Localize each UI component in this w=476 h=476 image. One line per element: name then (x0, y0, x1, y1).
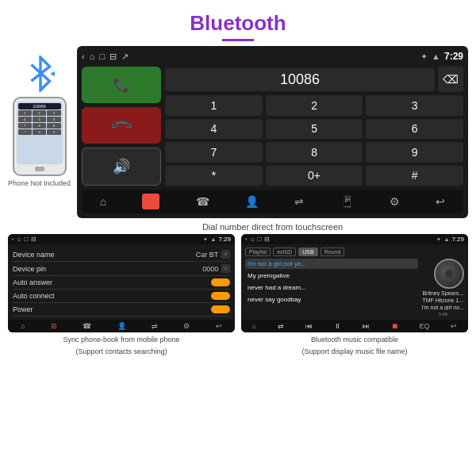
auto-connect-label: Auto connect (13, 292, 55, 300)
square-icon[interactable]: □ (99, 52, 105, 61)
key-4[interactable]: 4 (165, 119, 263, 140)
phone-key: 6 (47, 117, 60, 122)
bt-panel-nav-icons: ‹ ⌂ □ ⊟ (12, 236, 36, 243)
power-label: Power (13, 305, 33, 313)
phone-disclaimer: Phone Not Included (8, 179, 71, 187)
nav-home[interactable]: ⌂ (100, 195, 106, 208)
nav-back-music[interactable]: ↩ (451, 322, 457, 330)
bt-caption-1: Sync phone-book from mobile phone (8, 332, 235, 344)
music-row: I'm not a girl,not ye... My prerogative … (245, 259, 464, 317)
nav-shuffle[interactable]: ⇄ (278, 322, 284, 330)
share-icon[interactable]: ↗ (121, 52, 129, 62)
nav-phone-bt[interactable]: ☎ (83, 322, 91, 330)
nav-apps-bt[interactable]: ⊞ (51, 322, 57, 330)
home-icon-music[interactable]: ⌂ (251, 236, 255, 243)
key-8[interactable]: 8 (266, 142, 363, 163)
tab-usb[interactable]: USB (298, 248, 317, 256)
nav-eq[interactable]: EQ (420, 322, 430, 330)
track-3[interactable]: never had a dream... (245, 282, 418, 293)
phone-key: 7 (18, 123, 32, 129)
auto-connect-toggle[interactable] (211, 292, 230, 300)
phone-key: 1 (18, 110, 32, 116)
phone-keypad: 1 2 3 4 5 6 7 8 9 * 0 # (18, 110, 61, 135)
nav-back-bt[interactable]: ↩ (216, 322, 222, 330)
nav-prev[interactable]: ⏮ (305, 322, 313, 330)
device-pin-arrow[interactable]: › (221, 264, 230, 273)
device-name-label: Device name (13, 251, 55, 259)
nav-settings[interactable]: ⚙ (390, 195, 400, 208)
track-2[interactable]: My prerogative (245, 271, 418, 281)
device-pin-value: 0000 (202, 265, 218, 273)
key-0plus[interactable]: 0+ (266, 166, 363, 186)
nav-stop[interactable]: ⏹ (391, 322, 398, 330)
nav-device[interactable]: 📱 (340, 195, 354, 208)
bt-caption-2: (Support contacts searching) (8, 344, 235, 356)
call-button[interactable]: 📞 (82, 67, 161, 103)
key-star[interactable]: * (165, 166, 263, 186)
nav-home-music[interactable]: ⌂ (251, 322, 255, 330)
backspace-button[interactable]: ⌫ (438, 67, 463, 92)
tab-round[interactable]: Round (321, 248, 345, 256)
bt-device-name-row: Device name Car BT › (13, 248, 230, 262)
key-3[interactable]: 3 (366, 95, 463, 116)
nav-play-pause[interactable]: ⏸ (334, 322, 341, 330)
car-nav-icons: ‹ ⌂ □ ⊟ ↗ (82, 52, 129, 62)
home-icon-small[interactable]: ⌂ (17, 236, 21, 243)
back-icon-music[interactable]: ‹ (245, 236, 248, 243)
key-hash[interactable]: # (366, 166, 463, 186)
nav-transfer[interactable]: ⇌ (294, 195, 304, 208)
key-5[interactable]: 5 (266, 119, 363, 140)
grid-icon-small[interactable]: ⊟ (31, 236, 36, 243)
car-screen-dial: ‹ ⌂ □ ⊟ ↗ ✦ ▲ 7:29 📞 (77, 46, 468, 218)
wifi-icon-small: ▲ (210, 236, 216, 242)
power-toggle[interactable] (211, 305, 230, 313)
nav-apps[interactable]: ⊞ (142, 194, 159, 209)
key-7[interactable]: 7 (165, 142, 263, 163)
square-icon-music[interactable]: □ (258, 236, 262, 243)
track-4[interactable]: never say goodbay (245, 294, 418, 305)
call-icon: 📞 (113, 76, 130, 94)
track-1[interactable]: I'm not a girl,not ye... (245, 259, 418, 269)
phone-key: 4 (18, 117, 32, 122)
track-2-title: My prerogative (248, 272, 416, 279)
music-panel-time: 7:29 (451, 236, 464, 243)
bottom-panels: ‹ ⌂ □ ⊟ ✦ ▲ 7:29 Device name Car BT › (0, 234, 476, 356)
nav-next[interactable]: ⏭ (363, 322, 370, 330)
key-6[interactable]: 6 (366, 119, 463, 140)
nav-home-bt[interactable]: ⌂ (21, 322, 25, 330)
bt-icon-music: ✦ (436, 236, 441, 243)
square-icon-small[interactable]: □ (25, 236, 29, 243)
nav-back[interactable]: ↩ (436, 195, 445, 208)
dial-area: 📞 📞 🔊 10086 ⌫ 1 (82, 67, 463, 186)
key-9[interactable]: 9 (366, 142, 463, 163)
tab-extsd[interactable]: extSD (273, 248, 296, 256)
album-art (434, 259, 464, 289)
car-status-right: ✦ ▲ 7:29 (420, 51, 463, 62)
end-call-button[interactable]: 📞 (82, 107, 161, 144)
phone-key: 2 (33, 110, 46, 116)
nav-contacts[interactable]: 👤 (245, 195, 259, 208)
phone-key: 8 (33, 123, 46, 129)
music-panel-nav-icons: ‹ ⌂ □ ⊟ (245, 236, 270, 243)
back-icon[interactable]: ‹ (82, 52, 85, 61)
nav-settings-bt[interactable]: ⚙ (183, 322, 190, 330)
device-name-arrow[interactable]: › (221, 250, 230, 259)
grid-icon[interactable]: ⊟ (109, 52, 117, 62)
home-icon[interactable]: ⌂ (90, 52, 95, 61)
keypad-grid: 1 2 3 4 5 6 7 8 9 * 0+ # (165, 95, 463, 186)
bluetooth-status-icon: ✦ (420, 52, 428, 62)
nav-phone[interactable]: ☎ (196, 195, 209, 208)
speaker-icon: 🔊 (113, 158, 130, 175)
auto-answer-toggle[interactable] (211, 278, 230, 286)
nav-transfer-bt[interactable]: ⇌ (152, 322, 158, 330)
back-icon-small[interactable]: ‹ (12, 236, 14, 243)
key-2[interactable]: 2 (266, 95, 363, 116)
tab-playlist[interactable]: Playlist (245, 248, 271, 256)
grid-icon-music[interactable]: ⊟ (264, 236, 270, 243)
bt-settings-section: ‹ ⌂ □ ⊟ ✦ ▲ 7:29 Device name Car BT › (8, 234, 235, 356)
album-art-center (445, 270, 453, 278)
music-content: Playlist extSD USB Round I'm not a girl,… (241, 244, 468, 320)
key-1[interactable]: 1 (165, 95, 263, 116)
nav-contacts-bt[interactable]: 👤 (117, 322, 126, 330)
speaker-button[interactable]: 🔊 (82, 148, 161, 186)
